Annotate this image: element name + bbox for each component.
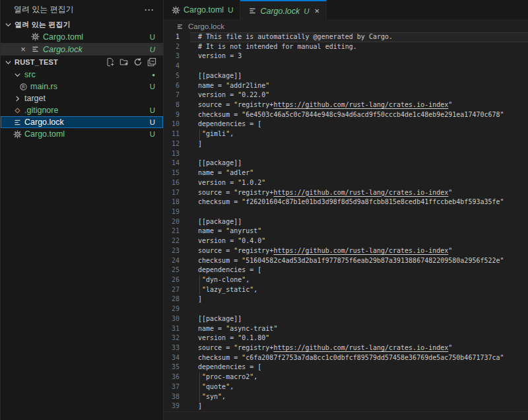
tree-item-gitignore[interactable]: .gitignoreU: [1, 104, 163, 116]
refresh-explorer-button[interactable]: [133, 57, 143, 67]
tree-item-cargo-toml[interactable]: Cargo.tomlU: [1, 128, 163, 140]
code-line-11[interactable]: 11 "gimli",: [164, 129, 528, 139]
collapse-folders-button[interactable]: [147, 57, 157, 67]
line-number: 39: [164, 402, 180, 411]
line-number: 21: [164, 227, 180, 236]
url-link[interactable]: https://github.com/rust-lang/crates.io-i…: [273, 344, 448, 351]
more-actions-icon[interactable]: ⋯: [144, 5, 154, 15]
url-link[interactable]: https://github.com/rust-lang/crates.io-i…: [273, 101, 448, 108]
tab-cargo-toml[interactable]: Cargo.tomlU: [164, 0, 240, 20]
code-line-3[interactable]: 3version = 3: [164, 52, 528, 61]
code-line-32[interactable]: 32version = "0.1.80": [164, 333, 528, 343]
code-line-20[interactable]: 20[[package]]: [164, 217, 528, 227]
code-line-27[interactable]: 27 "lazy_static",: [164, 285, 528, 295]
tree-item-cargo-lock[interactable]: Cargo.lockU: [1, 116, 163, 128]
code-line-22[interactable]: 22version = "0.4.0": [164, 236, 528, 246]
indent-guide: [199, 382, 200, 392]
code-line-19[interactable]: 19: [164, 207, 528, 217]
indent-guide: [199, 275, 200, 285]
url-link[interactable]: https://github.com/rust-lang/crates.io-i…: [273, 247, 448, 254]
code-text: ]: [190, 295, 528, 304]
list-icon: [12, 117, 22, 127]
code-line-33[interactable]: 33source = "registry+https://github.com/…: [164, 343, 528, 353]
editor-group: Cargo.tomlUCargo.lockU× Cargo.lock 1# Th…: [164, 0, 528, 420]
git-status-badge: U: [150, 118, 156, 126]
line-number: 37: [164, 382, 180, 392]
tree-item-main-rs[interactable]: main.rsU: [1, 81, 163, 92]
code-line-35[interactable]: 35dependencies = [: [164, 363, 528, 372]
code-line-14[interactable]: 14[[package]]: [164, 158, 528, 168]
sidebar-pane-header: 열려 있는 편집기 ⋯: [1, 0, 163, 18]
code-text: version = "0.22.0": [190, 90, 528, 100]
git-status-badge: U: [150, 106, 156, 114]
code-text: "syn",: [190, 392, 528, 402]
url-link[interactable]: https://github.com/rust-lang/crates.io-i…: [273, 189, 448, 196]
code-line-12[interactable]: 12]: [164, 139, 528, 149]
code-line-1[interactable]: 1# This file is automatically @generated…: [164, 32, 528, 42]
code-line-15[interactable]: 15name = "adler": [164, 168, 528, 178]
code-line-13[interactable]: 13: [164, 149, 528, 159]
line-number: 18: [164, 197, 180, 207]
code-text: "lazy_static",: [190, 285, 528, 295]
code-text: source = "registry+https://github.com/ru…: [190, 246, 528, 256]
folder-actions: [105, 57, 163, 67]
file-name: Cargo.lock: [43, 45, 82, 54]
folder-section-header[interactable]: RUST_TEST: [1, 55, 163, 69]
code-line-5[interactable]: 5[[package]]: [164, 71, 528, 81]
code-line-18[interactable]: 18checksum = "f26201604c87b1e01bd3d98f8d…: [164, 197, 528, 207]
code-text: source = "registry+https://github.com/ru…: [190, 100, 528, 110]
code-line-9[interactable]: 9checksum = "6e4503c46a5c0c7844e948c9a4d…: [164, 110, 528, 120]
code-line-36[interactable]: 36 "proc-macro2",: [164, 372, 528, 382]
code-line-4[interactable]: 4: [164, 61, 528, 71]
new-folder-button[interactable]: [119, 57, 129, 67]
open-editor-item-cargo-toml[interactable]: Cargo.tomlU: [1, 30, 163, 43]
code-line-6[interactable]: 6name = "addr2line": [164, 81, 528, 91]
code-line-10[interactable]: 10dependencies = [: [164, 120, 528, 129]
open-editors-section-header[interactable]: 열려 있는 편집기: [1, 18, 163, 30]
tree-item-src[interactable]: src●: [1, 69, 163, 81]
line-number: 3: [164, 52, 180, 61]
tab-cargo-lock[interactable]: Cargo.lockU×: [240, 0, 327, 20]
code-line-24[interactable]: 24checksum = "51604582c4ad53d2ba1f977875…: [164, 256, 528, 266]
tree-item-target[interactable]: target: [1, 92, 163, 104]
close-icon[interactable]: ×: [315, 7, 320, 15]
open-editor-item-cargo-lock[interactable]: ×Cargo.lockU: [1, 43, 163, 55]
line-number: 35: [164, 363, 180, 372]
git-status-badge: U: [304, 7, 309, 15]
code-text: ]: [190, 139, 528, 149]
code-line-7[interactable]: 7version = "0.22.0": [164, 90, 528, 100]
code-line-38[interactable]: 38 "syn",: [164, 392, 528, 402]
close-icon[interactable]: ×: [18, 45, 28, 53]
code-line-39[interactable]: 39]: [164, 402, 528, 411]
gear-icon: [30, 32, 40, 42]
code-line-28[interactable]: 28]: [164, 295, 528, 304]
code-line-26[interactable]: 26 "dyn-clone",: [164, 275, 528, 285]
breadcrumb[interactable]: Cargo.lock: [164, 20, 528, 32]
code-line-34[interactable]: 34checksum = "c6fa2087f2753a7da8cc1c0dbf…: [164, 353, 528, 363]
code-line-37[interactable]: 37 "quote",: [164, 382, 528, 392]
line-number: 13: [164, 149, 180, 159]
code-line-31[interactable]: 31name = "async-trait": [164, 324, 528, 334]
gear-icon: [170, 5, 181, 15]
code-line-23[interactable]: 23source = "registry+https://github.com/…: [164, 246, 528, 256]
code-line-30[interactable]: 30[[package]]: [164, 314, 528, 324]
code-line-25[interactable]: 25dependencies = [: [164, 265, 528, 275]
code-area[interactable]: 1# This file is automatically @generated…: [164, 32, 528, 411]
git-icon: [12, 105, 22, 116]
code-line-2[interactable]: 2# It is not intended for manual editing…: [164, 42, 528, 52]
code-text: version = "1.0.2": [190, 178, 528, 188]
line-number: 4: [164, 61, 180, 71]
code-line-16[interactable]: 16version = "1.0.2": [164, 178, 528, 188]
code-text: checksum = "c6fa2087f2753a7da8cc1c0dbfcf…: [190, 353, 528, 363]
code-line-17[interactable]: 17source = "registry+https://github.com/…: [164, 188, 528, 198]
new-file-button[interactable]: [105, 57, 116, 67]
git-status-badge: U: [150, 83, 156, 90]
code-line-21[interactable]: 21name = "anyrust": [164, 227, 528, 236]
line-number: 26: [164, 275, 180, 285]
file-name: src: [24, 70, 36, 79]
line-number: 33: [164, 343, 180, 353]
indent-guide: [199, 129, 200, 139]
code-text: # This file is automatically @generated …: [190, 32, 528, 42]
code-line-29[interactable]: 29: [164, 304, 528, 314]
code-line-8[interactable]: 8source = "registry+https://github.com/r…: [164, 100, 528, 110]
